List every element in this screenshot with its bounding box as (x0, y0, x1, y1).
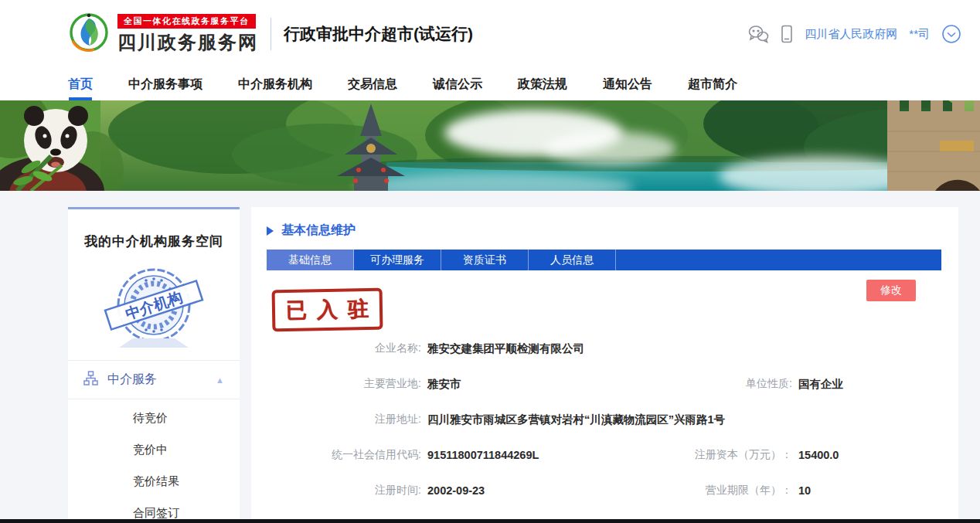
field-label: 单位性质: (680, 377, 792, 391)
page-title: 行政审批中介超市(试运行) (284, 23, 473, 45)
edit-button[interactable]: 修改 (866, 280, 916, 301)
site-name: 四川政务服务网 (117, 30, 258, 55)
field-row-location-nature: 主要营业地: 雅安市 单位性质: 国有企业 (267, 366, 941, 402)
sidebar-title: 我的中介机构服务空间 (68, 233, 240, 250)
sitemap-icon (83, 371, 98, 389)
chevron-down-icon[interactable] (941, 24, 961, 44)
main-panel: 基本信息维护 基础信息 可办理服务 资质证书 人员信息 修改 已入驻 企业名称:… (251, 207, 958, 519)
main-nav: 首页 中介服务事项 中介服务机构 交易信息 诚信公示 政策法规 通知公告 超市简… (0, 68, 980, 100)
banner-image (0, 100, 980, 191)
field-label: 主要营业地: (267, 377, 421, 391)
field-label: 企业名称: (267, 341, 421, 355)
wechat-icon[interactable] (747, 25, 769, 43)
footer-edge (0, 519, 980, 523)
field-label: 注册时间: (267, 484, 421, 498)
logo-icon (68, 12, 110, 56)
field-registration-date: 注册时间: 2002-09-23 (267, 484, 485, 498)
section-title: 基本信息维护 (281, 222, 356, 239)
nav-item-intermediary-service-items[interactable]: 中介服务事项 (128, 76, 202, 93)
nav-item-transaction-info[interactable]: 交易信息 (348, 76, 397, 93)
field-value: 10 (798, 484, 811, 497)
tab-basic-info[interactable]: 基础信息 (267, 250, 354, 270)
nav-item-home[interactable]: 首页 (68, 76, 93, 93)
nav-item-integrity-publicity[interactable]: 诚信公示 (433, 76, 482, 93)
tab-available-services[interactable]: 可办理服务 (354, 250, 441, 270)
nav-item-policies-regulations[interactable]: 政策法规 (518, 76, 567, 93)
tab-qualification-certificates[interactable]: 资质证书 (441, 250, 529, 270)
sidebar-item-bidding-results[interactable]: 竞价结果 (68, 466, 240, 498)
field-row-date-term: 注册时间: 2002-09-23 营业期限（年）： 10 (267, 473, 941, 508)
field-value: 国有企业 (798, 377, 843, 392)
mobile-icon[interactable] (781, 25, 793, 43)
field-value: 15400.0 (798, 449, 839, 461)
field-main-business-location: 主要营业地: 雅安市 (267, 377, 461, 392)
agency-stamp-badge: 中介机构 (68, 261, 240, 352)
nav-item-supermarket-intro[interactable]: 超市简介 (688, 76, 737, 93)
platform-banner: 全国一体化在线政务服务平台 (117, 14, 256, 29)
field-row-code-capital: 统一社会信用代码: 91511800711844269L 注册资本（万元）： 1… (267, 437, 941, 473)
nav-item-notices[interactable]: 通知公告 (603, 76, 652, 93)
field-unit-nature: 单位性质: 国有企业 (680, 366, 843, 402)
username[interactable]: **司 (909, 27, 930, 42)
field-credit-code: 统一社会信用代码: 91511800711844269L (267, 448, 539, 462)
field-label: 营业期限（年）： (680, 484, 792, 498)
chevron-up-icon[interactable]: ▲ (216, 375, 224, 385)
field-label: 注册资本（万元）： (680, 448, 792, 462)
sidebar-menu-label: 中介服务 (107, 372, 157, 388)
registered-stamp: 已入驻 (272, 288, 383, 331)
tab-personnel-info[interactable]: 人员信息 (529, 250, 616, 270)
header: 全国一体化在线政务服务平台 四川政务服务网 行政审批中介超市(试运行) (0, 0, 980, 68)
sidebar-menu-intermediary-service[interactable]: 中介服务 ▲ (68, 360, 240, 399)
field-value: 2002-09-23 (427, 484, 485, 497)
field-value: 雅安市 (427, 377, 461, 392)
sidebar: 我的中介机构服务空间 中介机构 (68, 207, 240, 519)
sidebar-submenu: 待竞价 竞价中 竞价结果 合同签订 服务成果 (68, 399, 240, 523)
sidebar-item-pending-bidding[interactable]: 待竞价 (68, 402, 240, 434)
field-company-name: 企业名称: 雅安交建集团平顺检测有限公司 (267, 331, 941, 366)
gov-portal-link[interactable]: 四川省人民政府网 (805, 27, 897, 42)
field-value: 91511800711844269L (427, 449, 539, 461)
header-divider (271, 18, 271, 50)
basic-info-fields: 企业名称: 雅安交建集团平顺检测有限公司 主要营业地: 雅安市 单位性质: 国有… (267, 331, 941, 508)
site-logo[interactable]: 全国一体化在线政务服务平台 四川政务服务网 (68, 12, 258, 56)
tab-bar: 基础信息 可办理服务 资质证书 人员信息 (267, 250, 941, 270)
field-business-term: 营业期限（年）： 10 (680, 473, 811, 508)
sidebar-item-bidding-in-progress[interactable]: 竞价中 (68, 434, 240, 466)
field-registered-capital: 注册资本（万元）： 15400.0 (680, 437, 839, 473)
field-registered-address: 注册地址: 四川雅安市雨城区多营镇对岩村“川滇藏物流园区”兴雨路1号 (267, 402, 941, 437)
section-arrow-icon (267, 226, 274, 236)
nav-item-intermediary-agencies[interactable]: 中介服务机构 (238, 76, 312, 93)
field-label: 注册地址: (267, 413, 421, 426)
field-value: 四川雅安市雨城区多营镇对岩村“川滇藏物流园区”兴雨路1号 (427, 413, 725, 427)
field-value: 雅安交建集团平顺检测有限公司 (427, 341, 584, 356)
field-label: 统一社会信用代码: (267, 448, 421, 462)
